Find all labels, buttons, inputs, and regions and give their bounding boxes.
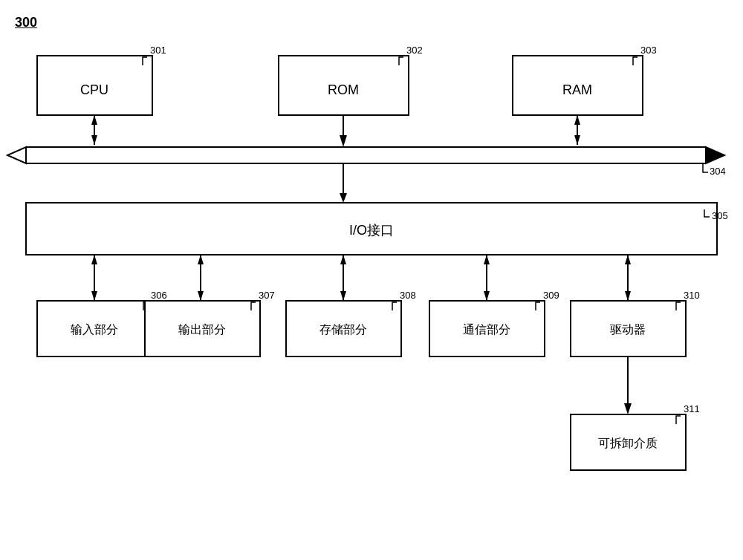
io-driver-arrow-up bbox=[625, 255, 631, 264]
ref-306: 306 bbox=[151, 290, 167, 301]
ref-302: 302 bbox=[406, 45, 423, 56]
io-storage-arrow-up bbox=[340, 255, 346, 264]
bus-arrow-right bbox=[706, 147, 724, 163]
ref-305: 305 bbox=[712, 210, 728, 221]
driver-removable-arrowhead bbox=[624, 403, 632, 414]
ref-303: 303 bbox=[640, 45, 657, 56]
io-driver-arrow-down bbox=[625, 291, 631, 301]
io-comm-arrow-down bbox=[484, 291, 490, 301]
io-comm-arrow-up bbox=[484, 255, 490, 264]
cpu-bus-arrow-up bbox=[91, 115, 97, 125]
ref-301: 301 bbox=[150, 45, 166, 56]
ref-311: 311 bbox=[684, 403, 700, 414]
output-label: 输出部分 bbox=[178, 323, 226, 336]
driver-label: 驱动器 bbox=[610, 323, 646, 336]
storage-label: 存储部分 bbox=[319, 323, 367, 336]
rom-bus-arrowhead bbox=[340, 135, 347, 147]
ref-307: 307 bbox=[259, 290, 275, 301]
input-label: 输入部分 bbox=[71, 323, 118, 336]
ref-304-bracket bbox=[703, 163, 708, 172]
ram-label: RAM bbox=[562, 82, 592, 97]
bus-io-arrowhead bbox=[340, 193, 347, 203]
ref-310: 310 bbox=[684, 290, 700, 301]
io-output-arrow-up bbox=[198, 255, 204, 264]
io-storage-arrow-down bbox=[340, 291, 346, 301]
ram-bus-arrow-up bbox=[574, 115, 580, 125]
io-label: I/O接口 bbox=[349, 223, 394, 238]
io-output-arrow-down bbox=[198, 291, 204, 301]
ref-308: 308 bbox=[400, 290, 416, 301]
io-input-arrow-down bbox=[91, 291, 97, 301]
io-input-arrow-up bbox=[91, 255, 97, 264]
comm-label: 通信部分 bbox=[463, 323, 510, 336]
cpu-bus-arrow-down bbox=[91, 135, 97, 145]
rom-label: ROM bbox=[328, 82, 359, 97]
diagram-container: 300 CPU 301 ROM 302 RAM 303 304 bbox=[15, 15, 728, 550]
cpu-label: CPU bbox=[80, 82, 108, 97]
bus-arrow-left bbox=[7, 147, 26, 163]
ram-bus-arrow-down bbox=[574, 135, 580, 145]
ref-309: 309 bbox=[543, 290, 559, 301]
diagram-svg: CPU 301 ROM 302 RAM 303 304 bbox=[15, 15, 728, 550]
removable-label: 可拆卸介质 bbox=[598, 437, 658, 449]
ref-304: 304 bbox=[710, 166, 726, 177]
